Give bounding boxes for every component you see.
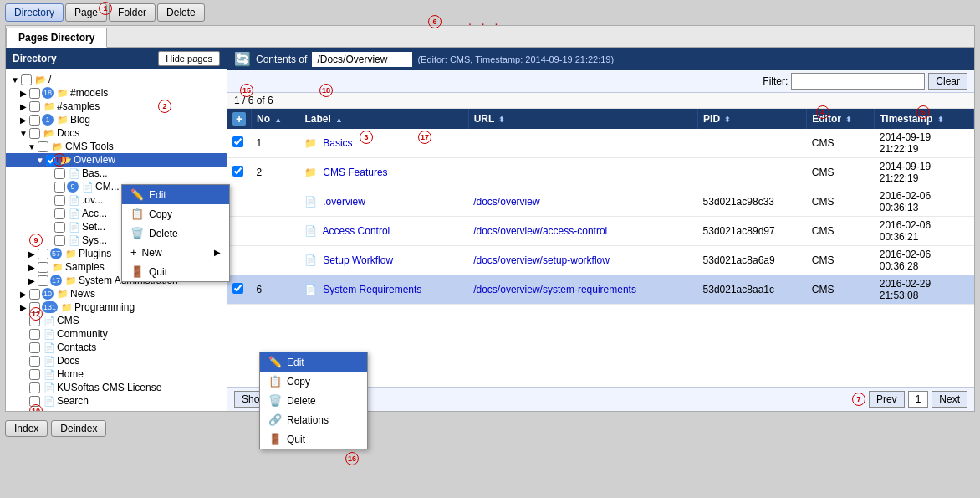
table-row[interactable]: 1 📁 Basics 3 17 CMS 2014-09: [227, 129, 974, 158]
directory-button[interactable]: Directory: [5, 3, 64, 22]
tree-item-cmstools[interactable]: ▼ 📂 CMS Tools: [6, 140, 227, 153]
tree-item-cms[interactable]: 📄 CMS: [6, 314, 227, 327]
tree-item-programming[interactable]: ▶ 131 📁 Programming: [6, 300, 227, 314]
tree-toggle-root[interactable]: ▼: [11, 75, 19, 85]
menu-item-edit-2[interactable]: ✏️ Edit: [260, 352, 367, 372]
tree-item-contacts[interactable]: 📄 Contacts: [6, 341, 227, 354]
index-button[interactable]: Index: [5, 420, 48, 437]
tree-checkbox-bas[interactable]: [54, 168, 65, 179]
tree-toggle-sysadmin[interactable]: ▶: [28, 276, 36, 285]
url-link[interactable]: /docs/overview/setup-workflow: [473, 254, 610, 266]
url-link[interactable]: /docs/overview: [473, 196, 539, 208]
row-label[interactable]: 📁 Basics 3 17: [299, 129, 468, 158]
menu-item-quit-1[interactable]: 🚪 Quit: [122, 262, 229, 281]
tree-item-overview[interactable]: ▼ 📂 Overview: [6, 153, 227, 167]
menu-item-delete-1[interactable]: 🗑️ Delete: [122, 223, 229, 243]
tree-checkbox-ov[interactable]: [54, 195, 65, 206]
table-row[interactable]: 6 📄 System Requirements /docs/overview/s…: [227, 275, 974, 305]
tree-checkbox-community[interactable]: [29, 329, 40, 340]
tree-toggle-programming[interactable]: ▶: [19, 303, 28, 312]
folder-button[interactable]: Folder: [109, 3, 156, 22]
tree-checkbox-cm[interactable]: [54, 182, 65, 193]
tree-checkbox-samples[interactable]: [29, 101, 40, 112]
tree-toggle-news[interactable]: ▶: [19, 290, 28, 299]
page-link[interactable]: CMS Features: [323, 167, 387, 178]
tree-checkbox-root[interactable]: [21, 74, 32, 85]
tree-checkbox-docs[interactable]: [29, 128, 40, 139]
row-checkbox[interactable]: [232, 166, 243, 177]
tree-checkbox-news[interactable]: [29, 289, 40, 300]
add-column-header[interactable]: +: [227, 109, 252, 129]
tree-checkbox-contacts[interactable]: [29, 342, 40, 353]
tree-checkbox-programming[interactable]: [29, 302, 40, 313]
tree-item-bas[interactable]: 📄 Bas...: [6, 167, 227, 180]
tree-checkbox-samples2[interactable]: [38, 262, 48, 273]
page-link[interactable]: .overview: [323, 196, 365, 208]
prev-button[interactable]: Prev: [869, 391, 905, 408]
filter-input[interactable]: [791, 73, 925, 90]
page-button[interactable]: Page: [65, 3, 107, 22]
page-link[interactable]: Access Control: [323, 225, 390, 237]
tree-checkbox-home[interactable]: [29, 369, 40, 380]
tree-item-community[interactable]: 📄 Community: [6, 327, 227, 341]
table-row[interactable]: 📄 Setup Workflow /docs/overview/setup-wo…: [227, 246, 974, 275]
tree-checkbox-models[interactable]: [29, 88, 40, 99]
tree-item-license[interactable]: 📄 KUSoftas CMS License: [6, 381, 227, 394]
tree-checkbox-search[interactable]: [29, 396, 40, 407]
tree-item-root[interactable]: ▼ 📂 /: [6, 73, 227, 86]
tree-item-search[interactable]: 📄 Search: [6, 394, 227, 408]
menu-item-copy-2[interactable]: 📋 Copy: [260, 372, 367, 391]
row-label[interactable]: 📄 Setup Workflow: [299, 246, 468, 275]
tree-item-models[interactable]: ▶ 18 📁 #models: [6, 86, 227, 100]
tree-item-news[interactable]: ▶ 10 📁 News: [6, 287, 227, 300]
tree-toggle-samples[interactable]: ▶: [19, 102, 28, 111]
menu-item-new-1[interactable]: + New ▶: [122, 243, 229, 262]
tree-toggle-docs[interactable]: ▼: [19, 129, 28, 138]
col-no[interactable]: No ▲: [252, 109, 299, 129]
tree-checkbox-blog[interactable]: [29, 115, 40, 126]
url-link[interactable]: /docs/overview/system-requirements: [473, 284, 636, 295]
menu-item-edit-1[interactable]: ✏️ Edit: [122, 185, 229, 204]
next-button[interactable]: Next: [932, 391, 967, 408]
table-row[interactable]: 2 📁 CMS Features CMS 2014-09-1921:22:19: [227, 158, 974, 187]
add-page-button[interactable]: +: [232, 112, 246, 126]
tree-checkbox-set[interactable]: [54, 222, 65, 233]
row-checkbox[interactable]: [232, 283, 243, 294]
deindex-button[interactable]: Deindex: [51, 420, 106, 437]
hide-pages-button[interactable]: Hide pages: [158, 51, 220, 66]
tree-toggle-cmstools[interactable]: ▼: [28, 142, 36, 151]
page-link[interactable]: Basics: [323, 137, 352, 149]
tree-item-home[interactable]: 📄 Home: [6, 367, 227, 381]
tree-toggle-plugins[interactable]: ▶: [28, 249, 36, 259]
col-url[interactable]: URL ⬍: [468, 109, 697, 129]
tree-checkbox-docs2[interactable]: [29, 356, 40, 367]
tree-item-samples[interactable]: ▶ 📁 #samples: [6, 100, 227, 113]
col-pid[interactable]: PID ⬍: [698, 109, 807, 129]
tree-item-blog[interactable]: ▶ 1 📁 Blog: [6, 113, 227, 126]
tab-pages-directory[interactable]: Pages Directory: [6, 28, 107, 48]
tree-toggle-models[interactable]: ▶: [19, 89, 28, 98]
page-link[interactable]: System Requirements: [323, 284, 421, 295]
menu-item-quit-2[interactable]: 🚪 Quit: [260, 429, 367, 449]
tree-toggle-blog[interactable]: ▶: [19, 116, 28, 125]
url-link[interactable]: /docs/overview/access-control: [473, 225, 607, 237]
tree-checkbox-cms[interactable]: [29, 316, 40, 326]
col-label[interactable]: Label ▲: [299, 109, 468, 129]
menu-item-delete-2[interactable]: 🗑️ Delete: [260, 391, 367, 410]
tree-toggle-samples2[interactable]: ▶: [28, 263, 36, 272]
row-label[interactable]: 📄 .overview: [299, 187, 468, 217]
tree-checkbox-cmstools[interactable]: [38, 141, 48, 152]
tree-checkbox-sysadmin[interactable]: [38, 275, 48, 286]
clear-button[interactable]: Clear: [928, 73, 967, 90]
table-row[interactable]: 📄 Access Control /docs/overview/access-c…: [227, 217, 974, 246]
tree-item-docs2[interactable]: 📄 Docs: [6, 354, 227, 367]
row-checkbox[interactable]: [232, 136, 243, 147]
row-label[interactable]: 📄 Access Control: [299, 217, 468, 246]
tree-checkbox-acc[interactable]: [54, 208, 65, 219]
tree-checkbox-plugins[interactable]: [38, 249, 48, 259]
col-timestamp[interactable]: Timestamp ⬍: [875, 109, 974, 129]
delete-button[interactable]: Delete: [157, 3, 205, 22]
row-label[interactable]: 📁 CMS Features: [299, 158, 468, 187]
col-editor[interactable]: Editor ⬍: [807, 109, 875, 129]
tree-checkbox-sys[interactable]: [54, 235, 65, 246]
